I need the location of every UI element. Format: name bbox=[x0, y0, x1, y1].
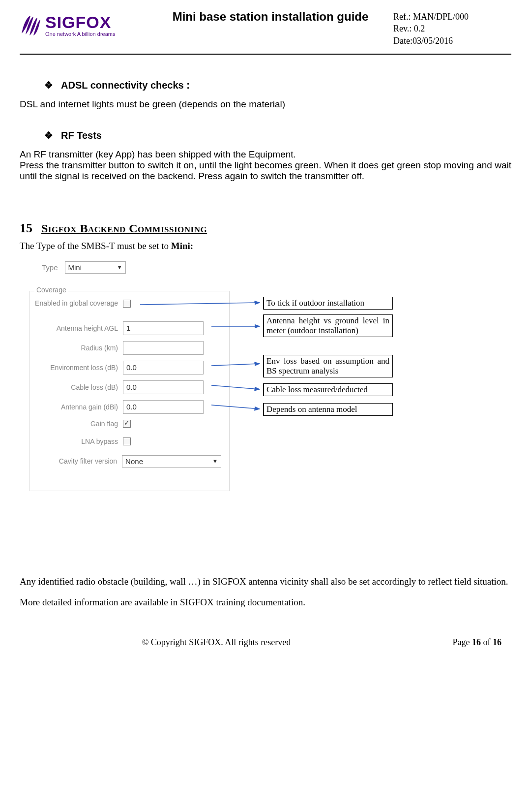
type-value: Mini bbox=[68, 263, 82, 272]
label-radius: Radius (km) bbox=[34, 344, 123, 352]
cavity-value: None bbox=[125, 457, 143, 466]
logo-block: SIGFOX One network A billion dreams bbox=[20, 10, 148, 37]
doc-title: Mini base station installation guide bbox=[148, 10, 393, 24]
rf-body-2: Press the transmitter button to switch i… bbox=[20, 160, 511, 182]
doc-footer: © Copyright SIGFOX. All rights reserved … bbox=[20, 637, 511, 648]
label-cavity: Cavity filter version bbox=[34, 457, 122, 465]
heading-section-15: 15 Sigfox Backend Commissioning bbox=[20, 221, 511, 236]
callout-cableloss: Cable loss measured/deducted bbox=[263, 383, 393, 396]
doc-ref: Ref.: MAN/DPL/000 bbox=[393, 11, 511, 23]
rf-body-1: An RF transmitter (key App) has been shi… bbox=[20, 149, 511, 160]
page-number: Page 16 of 16 bbox=[403, 637, 502, 648]
backend-form: Type Mini ▼ Coverage Enabled in global c… bbox=[20, 261, 511, 557]
checkbox-enabled[interactable] bbox=[123, 300, 131, 308]
doc-rev: Rev.: 0.2 bbox=[393, 23, 511, 34]
label-gain: Antenna gain (dBi) bbox=[34, 403, 123, 411]
checkbox-lna-bypass[interactable] bbox=[123, 437, 131, 445]
section-title: Sigfox Backend Commissioning bbox=[41, 222, 207, 235]
input-antenna-height[interactable] bbox=[123, 321, 204, 335]
callout-enabled: To tick if outdoor installation bbox=[263, 297, 393, 310]
intro-bold: Mini: bbox=[171, 241, 193, 251]
bullet-icon: ❖ bbox=[44, 129, 53, 141]
input-radius[interactable] bbox=[123, 341, 204, 355]
callout-gain: Depends on antenna model bbox=[263, 403, 393, 416]
commissioning-intro: The Type of the SMBS-T must be set to Mi… bbox=[20, 241, 511, 251]
callout-envloss: Env loss based on assumption and BS spec… bbox=[263, 355, 393, 377]
label-enabled: Enabled in global coverage bbox=[34, 300, 123, 307]
type-label: Type bbox=[42, 263, 58, 272]
heading-adsl-text: ADSL connectivity checks : bbox=[61, 80, 190, 91]
select-cavity-filter[interactable]: None ▼ bbox=[122, 455, 221, 468]
callout-height: Antenna height vs ground level in meter … bbox=[263, 314, 393, 337]
doc-date: Date:03/05/2016 bbox=[393, 35, 511, 47]
type-select[interactable]: Mini ▼ bbox=[65, 261, 126, 274]
label-gainflag: Gain flag bbox=[34, 420, 123, 428]
doc-header: SIGFOX One network A billion dreams Mini… bbox=[20, 10, 511, 47]
input-cable-loss[interactable] bbox=[123, 380, 204, 394]
input-env-loss[interactable] bbox=[123, 361, 204, 375]
header-rule bbox=[20, 54, 511, 55]
obstacle-note: Any identified radio obstacle (building,… bbox=[20, 576, 511, 587]
checkbox-gainflag[interactable] bbox=[123, 420, 131, 428]
copyright: © Copyright SIGFOX. All rights reserved bbox=[30, 637, 403, 648]
label-lna: LNA bypass bbox=[34, 437, 123, 445]
coverage-legend: Coverage bbox=[34, 286, 68, 294]
heading-adsl: ❖ ADSL connectivity checks : bbox=[44, 79, 511, 91]
intro-pre: The Type of the SMBS-T must be set to bbox=[20, 241, 171, 251]
chevron-down-icon: ▼ bbox=[117, 264, 122, 270]
label-height: Antenna height AGL bbox=[34, 324, 123, 332]
chevron-down-icon: ▼ bbox=[212, 458, 218, 464]
logo-tagline: One network A billion dreams bbox=[45, 31, 115, 37]
sigfox-logo-icon bbox=[20, 14, 42, 36]
training-note: More detailed information are available … bbox=[20, 597, 511, 608]
heading-rf-text: RF Tests bbox=[61, 130, 102, 141]
doc-meta: Ref.: MAN/DPL/000 Rev.: 0.2 Date:03/05/2… bbox=[393, 10, 511, 47]
section-num: 15 bbox=[20, 221, 32, 235]
label-cabloss: Cable loss (dB) bbox=[34, 383, 123, 391]
input-antenna-gain[interactable] bbox=[123, 400, 204, 414]
heading-rf: ❖ RF Tests bbox=[44, 129, 511, 141]
adsl-body: DSL and internet lights must be green (d… bbox=[20, 99, 511, 110]
logo-name: SIGFOX bbox=[45, 13, 115, 32]
bullet-icon: ❖ bbox=[44, 79, 53, 91]
label-envloss: Environment loss (dB) bbox=[34, 364, 123, 372]
